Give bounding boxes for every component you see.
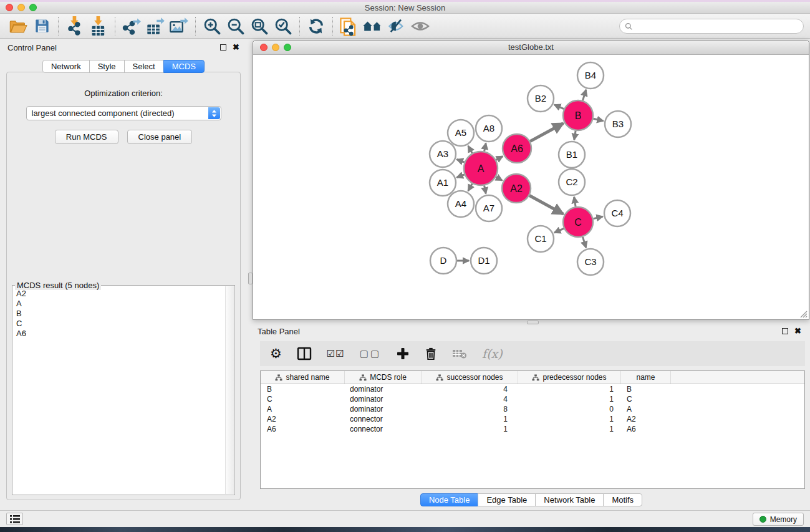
graph-edge-A-A7[interactable] — [485, 185, 486, 193]
export-table-icon[interactable] — [143, 15, 167, 37]
tab-select[interactable]: Select — [124, 60, 164, 73]
table-cell[interactable]: A2 — [261, 414, 345, 424]
graph-edge-B-B4[interactable] — [583, 90, 586, 100]
run-mcds-button[interactable]: Run MCDS — [55, 130, 118, 144]
graph-node-B2[interactable]: B2 — [528, 85, 554, 112]
table-row[interactable]: Adominator80A — [261, 404, 804, 414]
table-cell[interactable]: dominator — [345, 404, 422, 414]
tab-style[interactable]: Style — [89, 60, 125, 73]
network-close-button[interactable] — [260, 44, 268, 51]
zoom-selected-icon[interactable] — [271, 15, 295, 37]
table-row[interactable]: Bdominator41B — [261, 384, 804, 394]
column-header-name[interactable]: name — [621, 371, 671, 384]
table-cell[interactable]: B — [261, 384, 345, 394]
table-cell[interactable]: 1 — [518, 424, 621, 434]
column-header-successor-nodes[interactable]: successor nodes — [422, 371, 518, 384]
table-cell[interactable]: connector — [345, 414, 422, 424]
resize-grip-icon[interactable] — [799, 309, 808, 318]
column-header-shared-name[interactable]: shared name — [261, 371, 345, 384]
graph-node-D1[interactable]: D1 — [471, 248, 497, 274]
table-cell[interactable]: 1 — [518, 394, 621, 404]
graph-edge-B-B1[interactable] — [574, 131, 576, 140]
import-table-icon[interactable] — [87, 15, 110, 37]
close-window-button[interactable] — [6, 4, 13, 11]
graph-edge-A-A8[interactable] — [485, 143, 486, 152]
graph-edge-A-A5[interactable] — [468, 146, 473, 153]
network-canvas[interactable]: B4B2BB3A5A8A6A3B1AA1C2A2A4A7C4CC1DD1C3 — [253, 56, 809, 319]
table-cell[interactable]: C — [621, 394, 671, 404]
mcds-result-item[interactable]: A6 — [16, 329, 225, 339]
hide-selected-icon[interactable] — [385, 15, 408, 37]
graph-node-A6[interactable]: A6 — [503, 134, 531, 163]
graph-node-A1[interactable]: A1 — [430, 170, 456, 196]
tab-edge-table[interactable]: Edge Table — [478, 493, 536, 506]
network-minimize-button[interactable] — [272, 44, 279, 51]
table-cell[interactable]: A2 — [621, 414, 671, 424]
mcds-result-item[interactable]: B — [16, 309, 225, 319]
save-session-icon[interactable] — [30, 15, 54, 37]
refresh-icon[interactable] — [304, 15, 328, 37]
table-cell[interactable]: A6 — [261, 424, 345, 434]
zoom-out-icon[interactable] — [224, 15, 248, 37]
graph-node-A5[interactable]: A5 — [448, 120, 474, 146]
zoom-in-icon[interactable] — [200, 15, 224, 37]
graph-edge-C-C2[interactable] — [574, 197, 576, 207]
graph-edge-A6-B[interactable] — [530, 123, 563, 142]
table-row[interactable]: A6connector11A6 — [261, 424, 804, 434]
graph-edge-A-A4[interactable] — [468, 183, 473, 191]
table-cell[interactable]: A — [621, 404, 671, 414]
table-cell[interactable]: C — [261, 394, 345, 404]
create-column-icon[interactable] — [396, 344, 410, 363]
zoom-window-button[interactable] — [29, 4, 37, 11]
close-table-panel-icon[interactable]: ✖ — [794, 327, 801, 335]
close-panel-button[interactable]: Close panel — [127, 130, 193, 144]
export-network-icon[interactable] — [120, 15, 143, 37]
optimization-criterion-select[interactable]: largest connected component (directed) — [26, 106, 221, 120]
column-header-MCDS-role[interactable]: MCDS role — [345, 371, 422, 384]
unselect-all-columns-icon[interactable]: ▢▢ — [360, 344, 381, 363]
network-zoom-button[interactable] — [284, 44, 291, 51]
vertical-splitter-handle[interactable] — [248, 273, 253, 284]
tab-node-table[interactable]: Node Table — [420, 493, 479, 506]
graph-node-C1[interactable]: C1 — [528, 226, 554, 252]
graph-node-A8[interactable]: A8 — [476, 115, 502, 142]
table-cell[interactable]: 8 — [422, 404, 518, 414]
mcds-result-item[interactable]: A2 — [16, 289, 225, 299]
float-table-panel-icon[interactable] — [782, 328, 788, 334]
graph-edge-B-B3[interactable] — [593, 118, 603, 121]
select-all-columns-icon[interactable]: ☑☑ — [327, 344, 345, 363]
table-cell[interactable]: dominator — [345, 384, 422, 394]
table-cell[interactable]: 1 — [422, 414, 518, 424]
graph-edge-B-B2[interactable] — [554, 105, 564, 109]
graph-edge-C-C3[interactable] — [583, 237, 586, 248]
open-file-icon[interactable] — [6, 15, 30, 37]
mcds-result-list[interactable]: A2ABCA6 — [13, 286, 225, 494]
task-history-button[interactable] — [6, 513, 23, 525]
graph-edge-A2-C[interactable] — [529, 196, 563, 215]
graph-node-B3[interactable]: B3 — [605, 111, 631, 137]
graph-edge-A-A2[interactable] — [496, 177, 502, 181]
graph-node-D[interactable]: D — [430, 248, 456, 274]
graph-edge-C-C4[interactable] — [593, 216, 602, 218]
result-scrollbar[interactable] — [225, 286, 234, 494]
graph-node-B[interactable]: B — [563, 100, 593, 130]
table-cell[interactable]: B — [621, 384, 671, 394]
search-input[interactable] — [633, 20, 803, 32]
graph-edge-A-A6[interactable] — [496, 157, 503, 160]
tab-network-table[interactable]: Network Table — [535, 493, 604, 506]
mcds-result-item[interactable]: C — [16, 319, 225, 329]
table-cell[interactable]: 1 — [518, 414, 621, 424]
table-cell[interactable]: 4 — [422, 394, 518, 404]
table-cell[interactable]: 4 — [422, 384, 518, 394]
graph-edge-A-A1[interactable] — [457, 175, 465, 178]
table-cell[interactable]: connector — [345, 424, 422, 434]
graph-node-A3[interactable]: A3 — [430, 141, 456, 167]
graph-node-A4[interactable]: A4 — [448, 191, 474, 217]
import-network-icon[interactable] — [63, 15, 87, 37]
graph-node-A2[interactable]: A2 — [502, 174, 531, 203]
graph-node-C2[interactable]: C2 — [559, 169, 585, 195]
column-settings-gear-icon[interactable]: ⚙ — [270, 344, 282, 363]
split-panel-icon[interactable] — [297, 344, 312, 363]
table-cell[interactable]: 0 — [518, 404, 621, 414]
graph-edge-C-C1[interactable] — [554, 228, 564, 233]
